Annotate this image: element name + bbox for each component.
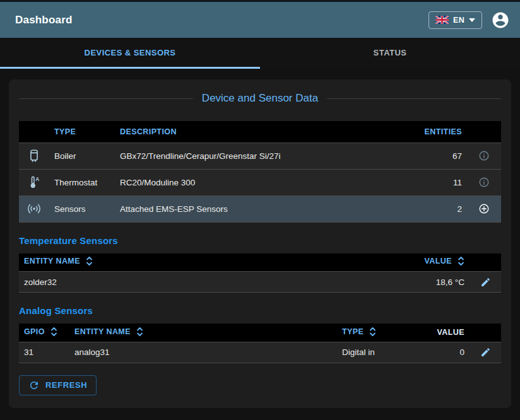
account-circle-icon: [491, 11, 510, 30]
sort-icon[interactable]: [86, 259, 93, 268]
analog-table-header-row: GPIO ENTITY NAME TYPE VALUE: [19, 324, 501, 342]
device-entities-count: 67: [415, 143, 467, 169]
info-icon[interactable]: [477, 149, 491, 163]
device-type: Boiler: [49, 143, 115, 169]
col-value-label: VALUE: [425, 257, 452, 265]
active-tab-indicator: [0, 67, 260, 69]
device-entities-count: 11: [415, 169, 467, 195]
refresh-icon: [28, 380, 40, 391]
dashboard-card: Device and Sensor Data TYPE DESCRIPTION …: [9, 79, 511, 408]
language-selector[interactable]: EN: [428, 11, 482, 29]
device-row-boiler[interactable]: Boiler GBx72/Trendline/Cerapur/Greenstar…: [19, 143, 501, 169]
col-value[interactable]: VALUE: [387, 254, 470, 272]
col-type: TYPE: [49, 121, 115, 143]
divider-line: [19, 98, 193, 99]
account-button[interactable]: [491, 11, 510, 30]
device-description: RC20/Moduline 300: [115, 169, 415, 195]
device-type: Sensors: [49, 195, 115, 222]
device-row-sensors[interactable]: Sensors Attached EMS-ESP Sensors 2: [19, 195, 501, 222]
thermostat-icon: A: [19, 169, 49, 195]
sensors-icon: [19, 195, 49, 222]
svg-text:A: A: [35, 177, 39, 182]
sensor-type: Digital in: [337, 342, 413, 363]
device-entities-count: 2: [415, 195, 467, 222]
sensor-value: 18,6 °C: [387, 272, 470, 293]
info-icon[interactable]: [477, 175, 491, 189]
col-edit: [470, 324, 501, 342]
sort-icon[interactable]: [50, 330, 57, 339]
sensor-value: 0: [413, 342, 470, 363]
col-gpio-label: GPIO: [24, 327, 45, 336]
page-title: Dashboard: [15, 14, 73, 26]
temp-table-header-row: ENTITY NAME VALUE: [19, 254, 501, 272]
device-row-thermostat[interactable]: A Thermostat RC20/Moduline 300 11: [19, 169, 501, 195]
col-sensor-type[interactable]: TYPE: [337, 324, 413, 342]
col-sensor-type-label: TYPE: [342, 327, 363, 336]
refresh-button-label: REFRESH: [45, 380, 87, 390]
temperature-sensors-table: ENTITY NAME VALUE zolder32 18,6 °C: [19, 254, 501, 293]
col-entity-name-label: ENTITY NAME: [74, 327, 131, 336]
app-header: Dashboard EN: [0, 2, 520, 38]
caret-down-icon: [469, 18, 475, 22]
tab-bar: DEVICES & SENSORS STATUS: [0, 38, 520, 69]
sort-icon[interactable]: [369, 330, 376, 339]
sort-icon[interactable]: [136, 330, 143, 339]
temp-sensor-row[interactable]: zolder32 18,6 °C: [19, 272, 501, 293]
col-value[interactable]: VALUE: [413, 324, 470, 342]
tab-status[interactable]: STATUS: [260, 38, 520, 69]
uk-flag-icon: [435, 16, 449, 24]
device-description: GBx72/Trendline/Cerapur/Greenstar Si/27i: [115, 143, 415, 169]
main-content: Device and Sensor Data TYPE DESCRIPTION …: [0, 69, 520, 418]
sort-icon[interactable]: [458, 259, 464, 268]
device-type: Thermostat: [49, 169, 115, 195]
col-description: DESCRIPTION: [115, 121, 415, 143]
analog-sensor-row[interactable]: 31 analog31 Digital in 0: [19, 342, 501, 363]
col-entity-name[interactable]: ENTITY NAME: [69, 324, 337, 342]
col-entity-name[interactable]: ENTITY NAME: [19, 254, 387, 272]
temperature-sensors-heading: Temperature Sensors: [19, 235, 501, 246]
devices-table: TYPE DESCRIPTION ENTITIES: [19, 121, 501, 223]
edit-pencil-icon[interactable]: [479, 346, 492, 359]
card-title-row: Device and Sensor Data: [19, 92, 501, 105]
col-actions: [467, 121, 501, 143]
col-device-icon: [19, 121, 49, 143]
appbar-actions: EN: [428, 11, 510, 30]
devices-table-header-row: TYPE DESCRIPTION ENTITIES: [19, 121, 501, 143]
col-gpio[interactable]: GPIO: [19, 324, 69, 342]
edit-pencil-icon[interactable]: [479, 276, 492, 289]
language-code: EN: [453, 16, 464, 25]
sensor-entity-name: analog31: [69, 342, 337, 363]
analog-sensors-heading: Analog Sensors: [19, 305, 501, 316]
divider-line: [327, 98, 501, 99]
refresh-button[interactable]: REFRESH: [19, 375, 97, 395]
sensor-entity-name: zolder32: [19, 272, 387, 293]
card-title: Device and Sensor Data: [193, 92, 327, 105]
boiler-icon: [19, 143, 49, 169]
analog-sensors-table: GPIO ENTITY NAME TYPE VALUE 31 analog31: [19, 324, 501, 363]
col-entity-name-label: ENTITY NAME: [24, 257, 80, 265]
col-edit: [470, 254, 501, 272]
col-entities: ENTITIES: [415, 121, 467, 143]
tab-devices-sensors[interactable]: DEVICES & SENSORS: [0, 38, 260, 69]
add-circle-icon[interactable]: [477, 202, 491, 216]
sensor-gpio: 31: [19, 342, 69, 363]
device-description: Attached EMS-ESP Sensors: [115, 195, 415, 222]
